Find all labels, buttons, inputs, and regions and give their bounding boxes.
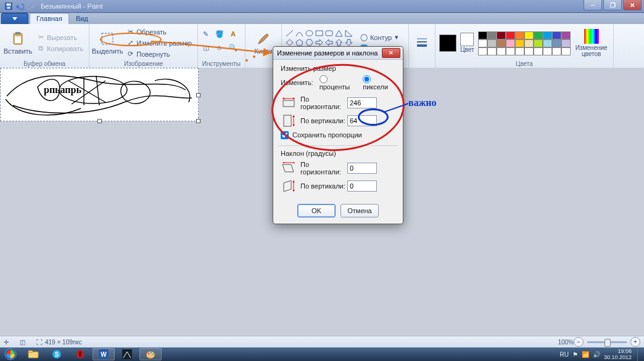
edit-colors-button[interactable]: Изменение цветов xyxy=(574,26,609,60)
magnifier-tool-icon[interactable]: 🔍 xyxy=(229,44,237,52)
shape-triangle-icon[interactable] xyxy=(345,30,353,38)
file-menu-button[interactable] xyxy=(1,13,28,24)
color-swatch[interactable] xyxy=(487,39,497,47)
copy-button[interactable]: ⧉Копировать xyxy=(35,43,85,54)
color-swatch[interactable] xyxy=(506,39,515,47)
window-minimize-button[interactable]: ─ xyxy=(584,0,602,10)
color-swatch[interactable] xyxy=(497,39,506,47)
resize-handle-se[interactable] xyxy=(196,119,200,123)
tray-lang[interactable]: RU xyxy=(560,351,569,358)
tab-home[interactable]: Главная xyxy=(30,13,69,24)
resize-handle-s[interactable] xyxy=(97,119,102,123)
text-tool-icon[interactable]: A xyxy=(229,30,237,38)
cut-button[interactable]: ✂Вырезать xyxy=(35,32,85,43)
color1-swatch[interactable] xyxy=(439,34,456,52)
color-swatch[interactable] xyxy=(515,39,524,47)
fill-tool-icon[interactable]: 🪣 xyxy=(215,30,224,38)
color-swatch[interactable] xyxy=(506,31,515,39)
shape-diamond-icon[interactable] xyxy=(286,39,294,47)
shape-hexagon-icon[interactable] xyxy=(305,39,314,47)
rotate-icon: ⟳ xyxy=(126,50,134,59)
dialog-ok-button[interactable]: OK xyxy=(297,204,336,217)
color-swatch[interactable] xyxy=(515,47,524,55)
color-swatch[interactable] xyxy=(478,31,487,39)
color-swatch[interactable] xyxy=(478,39,487,47)
shape-line-icon[interactable] xyxy=(286,30,294,38)
taskbar-explorer-icon[interactable] xyxy=(22,348,44,360)
shape-polygon-icon[interactable] xyxy=(335,30,344,38)
canvas[interactable]: рпьапрь xyxy=(0,68,199,121)
svg-line-7 xyxy=(286,30,293,36)
shape-arrow-down-icon[interactable] xyxy=(345,39,353,47)
zoom-in-button[interactable]: + xyxy=(630,337,640,347)
tray-flag-icon[interactable]: ⚑ xyxy=(572,351,578,358)
color-swatch[interactable] xyxy=(543,31,552,39)
dialog-titlebar[interactable]: Изменение размеров и наклона ✕ xyxy=(273,47,403,60)
eraser-tool-icon[interactable]: ◫ xyxy=(202,44,210,52)
shape-rect-icon[interactable] xyxy=(315,30,324,38)
color-swatch[interactable] xyxy=(515,31,524,39)
qat-undo-icon[interactable] xyxy=(15,1,25,11)
paste-button[interactable]: Вставить xyxy=(4,26,32,60)
tray-network-icon[interactable]: 📶 xyxy=(582,351,589,358)
pencil-tool-icon[interactable]: ✎ xyxy=(202,30,210,38)
color-swatch[interactable] xyxy=(561,31,571,39)
dialog-close-button[interactable]: ✕ xyxy=(382,48,400,58)
taskbar-opera-icon[interactable] xyxy=(69,348,91,360)
color-swatch[interactable] xyxy=(552,47,561,55)
shape-oval-icon[interactable] xyxy=(305,30,314,38)
color-swatch[interactable] xyxy=(561,39,571,47)
color-swatch[interactable] xyxy=(524,39,534,47)
shape-roundrect-icon[interactable] xyxy=(325,30,334,38)
shape-curve-icon[interactable] xyxy=(295,30,304,38)
color-swatch[interactable] xyxy=(534,31,543,39)
color-swatch[interactable] xyxy=(561,47,571,55)
window-close-button[interactable]: ✕ xyxy=(623,0,642,10)
color-swatch[interactable] xyxy=(506,47,515,55)
window-maximize-button[interactable]: ❐ xyxy=(603,0,622,10)
qat-save-icon[interactable] xyxy=(4,1,14,11)
dialog-cancel-button[interactable]: Отмена xyxy=(341,204,379,217)
tray-clock[interactable]: 19:0630.10.2012 xyxy=(604,348,632,360)
zoom-out-button[interactable]: − xyxy=(574,337,584,347)
skew-vert-input[interactable] xyxy=(347,180,377,192)
color-swatch[interactable] xyxy=(497,47,506,55)
shape-arrow-up-icon[interactable] xyxy=(335,39,344,47)
svg-point-8 xyxy=(306,31,313,36)
color-swatch[interactable] xyxy=(487,31,497,39)
annotation-orange-ellipse xyxy=(100,33,162,46)
taskbar-app-icon[interactable] xyxy=(116,348,138,360)
color-swatch[interactable] xyxy=(487,47,497,55)
color-swatch[interactable] xyxy=(524,31,534,39)
shape-pentagon-icon[interactable] xyxy=(295,39,304,47)
show-desktop-button[interactable] xyxy=(637,347,643,361)
color-palette[interactable] xyxy=(478,31,570,55)
start-button[interactable] xyxy=(0,347,21,361)
tray-volume-icon[interactable]: 🔊 xyxy=(593,351,600,358)
picker-tool-icon[interactable]: ⎋ xyxy=(215,44,224,52)
shape-arrow-right-icon[interactable] xyxy=(315,39,324,47)
color2-swatch[interactable] xyxy=(460,33,474,46)
color-swatch[interactable] xyxy=(552,31,561,39)
color-swatch[interactable] xyxy=(534,39,543,47)
color-swatch[interactable] xyxy=(543,39,552,47)
shape-arrow-left-icon[interactable] xyxy=(325,39,334,47)
zoom-percent: 100% xyxy=(558,339,574,346)
color-swatch[interactable] xyxy=(524,47,534,55)
taskbar-word-icon[interactable]: W xyxy=(93,348,115,360)
resize-handle-e[interactable] xyxy=(196,93,200,97)
color-swatch[interactable] xyxy=(543,47,552,55)
zoom-slider[interactable] xyxy=(587,341,627,343)
color-swatch[interactable] xyxy=(497,31,506,39)
color-swatch[interactable] xyxy=(552,39,561,47)
taskbar-paint-icon[interactable] xyxy=(139,348,162,360)
shape-outline-button[interactable]: ◯Контур▾ xyxy=(358,32,405,43)
color-swatch[interactable] xyxy=(478,47,487,55)
tab-view[interactable]: Вид xyxy=(69,13,95,24)
rotate-button[interactable]: ⟳Повернуть xyxy=(124,49,194,59)
color-swatch[interactable] xyxy=(534,47,543,55)
taskbar-skype-icon[interactable]: S xyxy=(46,348,68,360)
qat-redo-icon[interactable] xyxy=(26,1,36,11)
stroke-size-icon[interactable] xyxy=(416,36,428,50)
skew-horiz-input[interactable] xyxy=(347,163,377,174)
